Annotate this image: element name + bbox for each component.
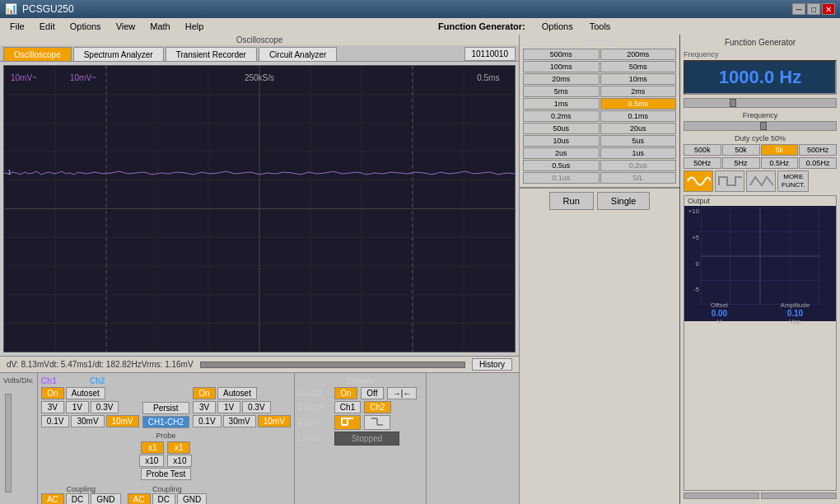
ch2-30mv[interactable]: 30mV: [223, 415, 256, 427]
probe-x10-ch2[interactable]: x10: [167, 455, 192, 467]
maximize-button[interactable]: □: [807, 3, 820, 15]
time-0.1us[interactable]: 0.1us: [523, 172, 600, 184]
time-20us[interactable]: 20us: [600, 123, 677, 134]
ch2-ac[interactable]: AC: [128, 493, 151, 504]
freq-slider-knob[interactable]: [730, 99, 736, 107]
vertical-slider-ch1[interactable]: [5, 394, 12, 492]
tab-transient-recorder[interactable]: Transient Recorder: [166, 47, 257, 61]
freq-50k[interactable]: 50k: [722, 144, 760, 156]
ch1-ac[interactable]: AC: [41, 493, 64, 504]
menu-tools[interactable]: Tools: [590, 21, 611, 31]
time-2us[interactable]: 2us: [523, 147, 600, 159]
time-10us[interactable]: 10us: [523, 135, 600, 147]
menu-function-generator[interactable]: Function Generator:: [438, 21, 525, 31]
scroll-bar[interactable]: [200, 362, 465, 368]
ch1-gnd[interactable]: GND: [91, 493, 120, 504]
ch2-10mv[interactable]: 10mV: [258, 415, 291, 427]
more-funct-button[interactable]: MOREFUNCT.: [777, 170, 809, 191]
ch2-on-button[interactable]: On: [193, 387, 216, 399]
probe-x1-ch1[interactable]: x1: [141, 441, 164, 454]
time-0.1ms[interactable]: 0.1ms: [600, 110, 677, 122]
ch1-30mv[interactable]: 30mV: [71, 415, 104, 427]
history-button[interactable]: History: [472, 358, 512, 371]
trigger-off-button[interactable]: Off: [361, 387, 384, 399]
time-1us[interactable]: 1us: [600, 147, 677, 159]
run-button[interactable]: Run: [549, 192, 594, 210]
freq-0.5hz[interactable]: 0.5Hz: [761, 157, 799, 169]
time-500ms[interactable]: 500ms: [523, 49, 600, 60]
ch2-1v[interactable]: 1V: [217, 401, 240, 413]
trigger-edge-label: Edge: [298, 418, 331, 427]
single-button[interactable]: Single: [597, 192, 651, 210]
wave-triangle-button[interactable]: [746, 170, 776, 192]
ch1-3v[interactable]: 3V: [41, 401, 64, 413]
ch1-0.1v[interactable]: 0.1V: [41, 415, 70, 427]
time-sl[interactable]: S/L: [600, 172, 677, 184]
ch1ch2-button[interactable]: CH1-CH2: [142, 416, 189, 428]
trigger-rising-button[interactable]: [334, 415, 361, 430]
ch1-10mv[interactable]: 10mV: [106, 415, 139, 427]
ch2-0.1v[interactable]: 0.1V: [193, 415, 222, 427]
ch2-dc[interactable]: DC: [152, 493, 175, 504]
probe-test-button[interactable]: Probe Test: [141, 468, 192, 480]
time-50us[interactable]: 50us: [523, 123, 600, 134]
time-0.5us[interactable]: 0.5us: [523, 160, 600, 171]
time-1ms[interactable]: 1ms: [523, 98, 600, 110]
ch2-autoset-button[interactable]: Autoset: [217, 387, 257, 399]
probe-x10-ch1[interactable]: x10: [139, 455, 164, 467]
trigger-ch2-button[interactable]: Ch2: [364, 401, 390, 413]
ch1-1v[interactable]: 1V: [66, 401, 89, 413]
freq-0.05hz[interactable]: 0.05Hz: [799, 157, 837, 169]
trigger-ch1-button[interactable]: Ch1: [334, 401, 361, 413]
time-20ms[interactable]: 20ms: [523, 73, 600, 85]
tab-circuit-analyzer[interactable]: Circuit Analyzer: [259, 47, 337, 61]
freq-50hz[interactable]: 50Hz: [684, 157, 721, 169]
menu-view[interactable]: View: [110, 21, 142, 32]
time-5ms[interactable]: 5ms: [523, 86, 600, 97]
tab-oscilloscope[interactable]: Oscilloscope: [3, 47, 72, 61]
menu-help[interactable]: Help: [179, 21, 211, 32]
freq-5k[interactable]: 5k: [761, 144, 799, 156]
time-10ms[interactable]: 10ms: [600, 73, 677, 85]
amplitude-slider[interactable]: [761, 492, 837, 499]
wave-square-button[interactable]: [715, 170, 744, 192]
freq-500hz[interactable]: 500Hz: [799, 144, 837, 156]
close-button[interactable]: ✕: [822, 3, 835, 15]
menu-math[interactable]: Math: [143, 21, 176, 32]
time-2ms[interactable]: 2ms: [600, 86, 677, 97]
ch1-dc[interactable]: DC: [66, 493, 89, 504]
offset-slider[interactable]: [684, 492, 759, 499]
tab-spectrum-analyzer[interactable]: Spectrum Analyzer: [73, 47, 164, 61]
menu-file[interactable]: File: [3, 21, 31, 32]
menu-options[interactable]: Options: [63, 21, 108, 32]
time-0.5ms[interactable]: 0.5ms: [600, 98, 677, 110]
trigger-arrow-button[interactable]: →|←: [387, 387, 418, 399]
freq-500k[interactable]: 500k: [684, 144, 721, 156]
minimize-button[interactable]: ─: [792, 3, 805, 15]
freq-slider2[interactable]: [684, 121, 837, 131]
ch2-gnd[interactable]: GND: [177, 493, 207, 504]
probe-x1-ch2[interactable]: x1: [167, 441, 190, 454]
ch1-autoset-button[interactable]: Autoset: [66, 387, 105, 399]
time-50ms[interactable]: 50ms: [600, 61, 677, 72]
time-100ms[interactable]: 100ms: [523, 61, 600, 72]
freq-5hz[interactable]: 5Hz: [722, 157, 760, 169]
freq-slider2-knob[interactable]: [760, 122, 767, 130]
ch2-3v[interactable]: 3V: [193, 401, 216, 413]
tab-code[interactable]: 10110010: [464, 47, 516, 61]
time-0.2us[interactable]: 0.2us: [600, 160, 677, 171]
trigger-on-off-label: On/Off: [298, 389, 331, 398]
time-5us[interactable]: 5us: [600, 135, 677, 147]
wave-sine-button[interactable]: [684, 170, 713, 192]
menu-edit[interactable]: Edit: [33, 21, 62, 32]
time-0.2ms[interactable]: 0.2ms: [523, 110, 600, 122]
menu-options-center[interactable]: Options: [542, 21, 573, 31]
trigger-falling-button[interactable]: [364, 415, 390, 430]
persist-button[interactable]: Persist: [142, 402, 189, 414]
ch1-0.3v[interactable]: 0.3V: [91, 401, 119, 413]
ch2-0.3v[interactable]: 0.3V: [242, 401, 271, 413]
trigger-on-button[interactable]: On: [334, 387, 357, 399]
freq-slider[interactable]: [684, 98, 837, 108]
time-200ms[interactable]: 200ms: [600, 49, 677, 60]
ch1-on-button[interactable]: On: [41, 387, 64, 399]
